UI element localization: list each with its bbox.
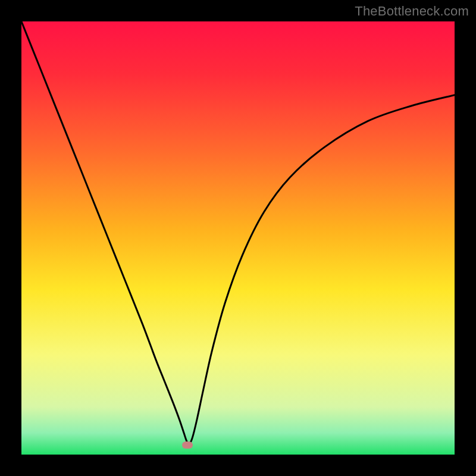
bottleneck-curve [21, 21, 455, 444]
optimum-marker [182, 441, 193, 449]
plot-area [21, 21, 455, 455]
chart-frame: TheBottleneck.com [0, 0, 476, 476]
curve-layer [21, 21, 455, 455]
watermark-text: TheBottleneck.com [355, 4, 469, 19]
